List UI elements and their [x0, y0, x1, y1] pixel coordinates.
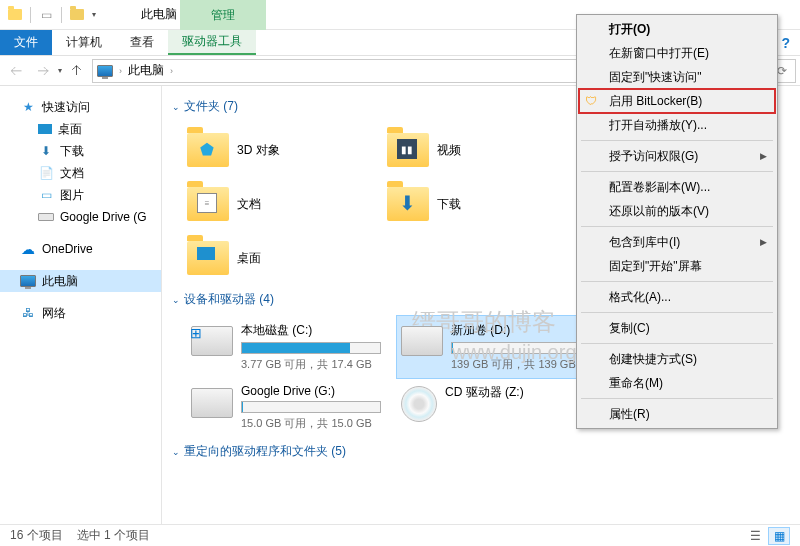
- ctx-enable-bitlocker[interactable]: 🛡启用 BitLocker(B): [579, 89, 775, 113]
- drive-g[interactable]: Google Drive (G:) 15.0 GB 可用，共 15.0 GB: [187, 378, 397, 437]
- separator: [581, 343, 773, 344]
- tab-view[interactable]: 查看: [116, 30, 168, 55]
- chevron-right-icon: ▶: [760, 237, 767, 247]
- qat-dropdown-icon[interactable]: ▾: [92, 10, 96, 19]
- ctx-open-new-window[interactable]: 在新窗口中打开(E): [579, 41, 775, 65]
- context-menu: 打开(O) 在新窗口中打开(E) 固定到"快速访问" 🛡启用 BitLocker…: [576, 14, 778, 429]
- cube-icon: ⬟: [197, 139, 217, 159]
- separator: [581, 281, 773, 282]
- status-bar: 16 个项目 选中 1 个项目 ☰ ▦: [0, 524, 800, 546]
- ctx-grant-access[interactable]: 授予访问权限(G)▶: [579, 144, 775, 168]
- sidebar-documents[interactable]: 📄文档: [0, 162, 161, 184]
- chevron-down-icon: ⌄: [172, 102, 180, 112]
- ctx-create-shortcut[interactable]: 创建快捷方式(S): [579, 347, 775, 371]
- tab-computer[interactable]: 计算机: [52, 30, 116, 55]
- ctx-properties[interactable]: 属性(R): [579, 402, 775, 426]
- chevron-down-icon: ⌄: [172, 447, 180, 457]
- ctx-pin-quick-access[interactable]: 固定到"快速访问": [579, 65, 775, 89]
- section-redirected[interactable]: ⌄重定向的驱动程序和文件夹 (5): [172, 443, 790, 460]
- download-icon: ⬇: [38, 143, 54, 159]
- ctx-format[interactable]: 格式化(A)...: [579, 285, 775, 309]
- usage-bar: [451, 342, 591, 354]
- chevron-right-icon: ▶: [760, 151, 767, 161]
- ctx-include-library[interactable]: 包含到库中(I)▶: [579, 230, 775, 254]
- address-segment[interactable]: 此电脑: [128, 62, 164, 79]
- forward-button: 🡢: [31, 59, 55, 83]
- window-title: 此电脑: [141, 6, 177, 23]
- explorer-icon: [6, 6, 24, 24]
- shield-icon: 🛡: [585, 94, 597, 108]
- disk-icon: [191, 326, 233, 356]
- chevron-down-icon: ⌄: [172, 295, 180, 305]
- folder-downloads[interactable]: ⬇下载: [387, 177, 587, 231]
- help-icon[interactable]: ?: [781, 35, 790, 51]
- desktop-icon: [197, 247, 215, 260]
- ctx-shadow-copy[interactable]: 配置卷影副本(W)...: [579, 175, 775, 199]
- film-icon: ▮▮: [397, 139, 417, 159]
- ctx-pin-start[interactable]: 固定到"开始"屏幕: [579, 254, 775, 278]
- contextual-tab-header: 管理: [180, 0, 266, 30]
- refresh-icon[interactable]: ⟳: [777, 64, 787, 78]
- usage-bar: [241, 401, 381, 413]
- ctx-copy[interactable]: 复制(C): [579, 316, 775, 340]
- sidebar-onedrive[interactable]: ☁OneDrive: [0, 238, 161, 260]
- tab-file[interactable]: 文件: [0, 30, 52, 55]
- sidebar-gdrive[interactable]: Google Drive (G: [0, 206, 161, 228]
- sidebar-downloads[interactable]: ⬇下载: [0, 140, 161, 162]
- quick-access-toolbar: ▭ ▾: [0, 6, 96, 24]
- details-view-button[interactable]: ☰: [744, 527, 766, 545]
- up-button[interactable]: 🡡: [65, 59, 89, 83]
- separator: [581, 312, 773, 313]
- cloud-icon: ☁: [20, 241, 36, 257]
- star-icon: ★: [20, 99, 36, 115]
- drive-icon: [38, 209, 54, 225]
- drive-c[interactable]: 本地磁盘 (C:) 3.77 GB 可用，共 17.4 GB: [187, 316, 397, 378]
- folder-documents[interactable]: ≡文档: [187, 177, 387, 231]
- sidebar-desktop[interactable]: 桌面: [0, 118, 161, 140]
- document-icon: 📄: [38, 165, 54, 181]
- status-item-count: 16 个项目: [10, 527, 63, 544]
- this-pc-icon: [20, 273, 36, 289]
- tab-drive-tools[interactable]: 驱动器工具: [168, 30, 256, 55]
- document-icon: ≡: [197, 193, 217, 213]
- separator: [581, 226, 773, 227]
- separator: [581, 140, 773, 141]
- status-selected-count: 选中 1 个项目: [77, 527, 150, 544]
- ctx-autoplay[interactable]: 打开自动播放(Y)...: [579, 113, 775, 137]
- download-icon: ⬇: [397, 193, 417, 213]
- ctx-rename[interactable]: 重命名(M): [579, 371, 775, 395]
- tiles-view-button[interactable]: ▦: [768, 527, 790, 545]
- ctx-restore-previous[interactable]: 还原以前的版本(V): [579, 199, 775, 223]
- desktop-icon: [38, 124, 52, 134]
- sidebar-network[interactable]: 🖧网络: [0, 302, 161, 324]
- history-dropdown-icon[interactable]: ▾: [58, 66, 62, 75]
- sidebar-quick-access[interactable]: ★快速访问: [0, 96, 161, 118]
- ctx-open[interactable]: 打开(O): [579, 17, 775, 41]
- network-icon: 🖧: [20, 305, 36, 321]
- folder-desktop[interactable]: 桌面: [187, 231, 387, 285]
- sidebar-this-pc[interactable]: 此电脑: [0, 270, 161, 292]
- separator: [581, 171, 773, 172]
- separator: [581, 398, 773, 399]
- folder-videos[interactable]: ▮▮视频: [387, 123, 587, 177]
- disk-icon: [401, 326, 443, 356]
- new-folder-icon[interactable]: [68, 6, 86, 24]
- usage-bar: [241, 342, 381, 354]
- disk-icon: [191, 388, 233, 418]
- properties-icon[interactable]: ▭: [37, 6, 55, 24]
- this-pc-icon: [97, 65, 113, 77]
- folder-3d-objects[interactable]: ⬟3D 对象: [187, 123, 387, 177]
- navigation-pane: ★快速访问 桌面 ⬇下载 📄文档 ▭图片 Google Drive (G ☁On…: [0, 86, 162, 524]
- back-button[interactable]: 🡠: [4, 59, 28, 83]
- sidebar-pictures[interactable]: ▭图片: [0, 184, 161, 206]
- picture-icon: ▭: [38, 187, 54, 203]
- cd-icon: [401, 386, 437, 422]
